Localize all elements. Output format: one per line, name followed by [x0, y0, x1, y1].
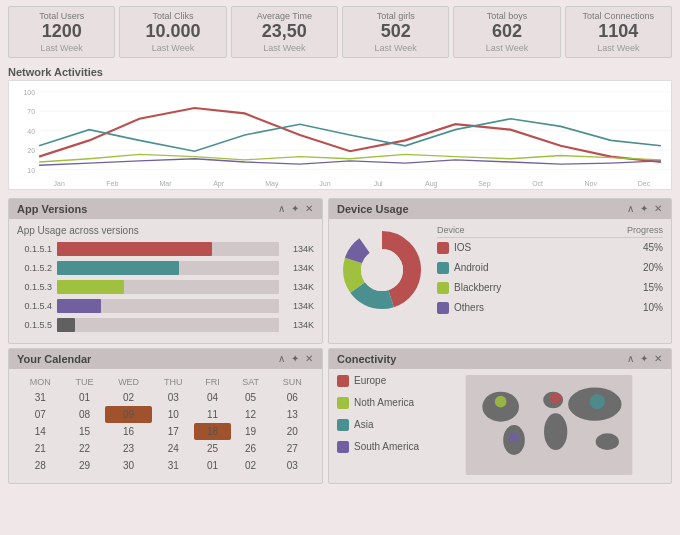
- cal-cell[interactable]: 28: [17, 457, 64, 474]
- table-row: 31010203040506: [17, 389, 314, 406]
- bar-fill: [57, 280, 124, 294]
- legend-dot: [437, 242, 449, 254]
- cal-cell[interactable]: 14: [17, 423, 64, 440]
- cal-cell[interactable]: 29: [64, 457, 106, 474]
- cal-cell[interactable]: 17: [152, 423, 195, 440]
- svg-text:100: 100: [23, 87, 35, 96]
- stats-bar: Total Users 1200 Last WeekTotal Cliks 10…: [0, 0, 680, 64]
- bar-version: 0.1.5.3: [17, 282, 52, 292]
- device-usage-title: Device Usage: [337, 203, 409, 215]
- legend-dot: [437, 282, 449, 294]
- bar-track: [57, 299, 279, 313]
- cal-cell[interactable]: 24: [152, 440, 195, 457]
- cal-cell[interactable]: 09: [105, 406, 152, 423]
- cal-cell[interactable]: 26: [231, 440, 271, 457]
- cal-cell[interactable]: 02: [231, 457, 271, 474]
- calendar-gear-btn[interactable]: ✦: [290, 353, 300, 364]
- cal-cell[interactable]: 03: [152, 389, 195, 406]
- connectivity-item: Europe: [337, 375, 427, 387]
- app-versions-gear-btn[interactable]: ✦: [290, 203, 300, 214]
- device-usage-close-btn[interactable]: ✕: [653, 203, 663, 214]
- svg-text:20: 20: [27, 146, 35, 155]
- svg-text:Jan: Jan: [53, 178, 64, 187]
- cal-cell[interactable]: 23: [105, 440, 152, 457]
- cal-cell[interactable]: 01: [64, 389, 106, 406]
- svg-text:Apr: Apr: [213, 178, 224, 187]
- stat-label: Total girls: [349, 11, 442, 21]
- connectivity-item: Asia: [337, 419, 427, 431]
- legend-left: Android: [437, 262, 488, 274]
- calendar-close-btn[interactable]: ✕: [304, 353, 314, 364]
- network-title: Network Activities: [8, 66, 672, 78]
- calendar-panel: Your Calendar ∧ ✦ ✕ MONTUEWEDTHUFRISATSU…: [8, 348, 323, 484]
- connectivity-controls: ∧ ✦ ✕: [626, 353, 663, 364]
- cal-cell[interactable]: 01: [194, 457, 230, 474]
- stat-sublabel: Last Week: [349, 43, 442, 53]
- cal-cell[interactable]: 04: [194, 389, 230, 406]
- stat-card: Total girls 502 Last Week: [342, 6, 449, 58]
- conn-label: Noth America: [354, 397, 414, 408]
- cal-cell[interactable]: 08: [64, 406, 106, 423]
- connectivity-close-btn[interactable]: ✕: [653, 353, 663, 364]
- cal-cell[interactable]: 20: [271, 423, 314, 440]
- cal-cell[interactable]: 12: [231, 406, 271, 423]
- bar-label: 134K: [284, 244, 314, 254]
- cal-cell[interactable]: 16: [105, 423, 152, 440]
- connectivity-gear-btn[interactable]: ✦: [639, 353, 649, 364]
- stat-label: Total Cliks: [126, 11, 219, 21]
- stat-value: 502: [349, 21, 442, 43]
- cal-day-header: TUE: [64, 375, 106, 389]
- app-versions-panel: App Versions ∧ ✦ ✕ App Usage across vers…: [8, 198, 323, 344]
- cal-cell[interactable]: 02: [105, 389, 152, 406]
- legend-dot: [437, 262, 449, 274]
- stat-value: 1104: [572, 21, 665, 43]
- stat-label: Average Time: [238, 11, 331, 21]
- world-map: [435, 375, 663, 477]
- conn-dot: [337, 397, 349, 409]
- cal-day-header: FRI: [194, 375, 230, 389]
- cal-cell[interactable]: 06: [271, 389, 314, 406]
- cal-cell[interactable]: 03: [271, 457, 314, 474]
- cal-cell[interactable]: 22: [64, 440, 106, 457]
- table-row: 14151617181920: [17, 423, 314, 440]
- bar-version: 0.1.5.5: [17, 320, 52, 330]
- svg-point-35: [495, 395, 507, 407]
- cal-cell[interactable]: 10: [152, 406, 195, 423]
- stat-sublabel: Last Week: [126, 43, 219, 53]
- cal-cell[interactable]: 21: [17, 440, 64, 457]
- connectivity-panel: Conectivity ∧ ✦ ✕ Europe Noth America As…: [328, 348, 672, 484]
- calendar-up-btn[interactable]: ∧: [277, 353, 286, 364]
- cal-cell[interactable]: 31: [152, 457, 195, 474]
- svg-text:May: May: [265, 178, 279, 187]
- connectivity-up-btn[interactable]: ∧: [626, 353, 635, 364]
- legend-row: IOS 45%: [437, 242, 663, 254]
- cal-cell[interactable]: 25: [194, 440, 230, 457]
- calendar-controls: ∧ ✦ ✕: [277, 353, 314, 364]
- bar-fill: [57, 242, 212, 256]
- app-versions-up-btn[interactable]: ∧: [277, 203, 286, 214]
- cal-cell[interactable]: 07: [17, 406, 64, 423]
- bar-version: 0.1.5.1: [17, 244, 52, 254]
- cal-cell[interactable]: 11: [194, 406, 230, 423]
- legend-left: Others: [437, 302, 484, 314]
- cal-cell[interactable]: 19: [231, 423, 271, 440]
- svg-point-33: [596, 433, 619, 450]
- device-usage-up-btn[interactable]: ∧: [626, 203, 635, 214]
- cal-cell[interactable]: 31: [17, 389, 64, 406]
- cal-cell[interactable]: 18: [194, 423, 230, 440]
- cal-cell[interactable]: 13: [271, 406, 314, 423]
- device-usage-gear-btn[interactable]: ✦: [639, 203, 649, 214]
- device-legend-rows: IOS 45% Android 20% Blackberry 15% Other…: [437, 242, 663, 314]
- conn-dot: [337, 419, 349, 431]
- cal-cell[interactable]: 05: [231, 389, 271, 406]
- app-versions-close-btn[interactable]: ✕: [304, 203, 314, 214]
- bar-track: [57, 280, 279, 294]
- cal-cell[interactable]: 15: [64, 423, 106, 440]
- stat-sublabel: Last Week: [15, 43, 108, 53]
- svg-point-34: [550, 392, 562, 404]
- calendar-body: MONTUEWEDTHUFRISATSUN3101020304050607080…: [9, 369, 322, 480]
- bar-row: 0.1.5.2 134K: [17, 261, 314, 275]
- cal-cell[interactable]: 30: [105, 457, 152, 474]
- cal-cell[interactable]: 27: [271, 440, 314, 457]
- svg-text:Dec: Dec: [638, 178, 651, 187]
